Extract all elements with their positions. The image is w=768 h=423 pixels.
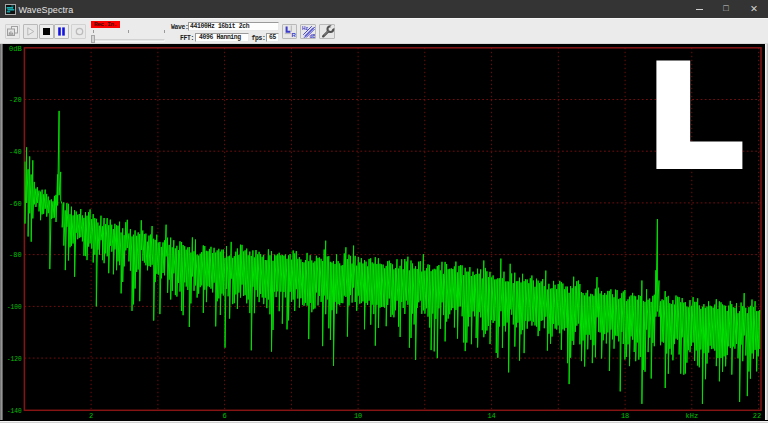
svg-text:-100: -100	[7, 303, 22, 311]
svg-text:kHz: kHz	[685, 412, 698, 420]
svg-text:2: 2	[89, 412, 93, 420]
svg-text:R: R	[291, 32, 296, 38]
svg-text:-40: -40	[9, 148, 22, 156]
svg-text:18: 18	[621, 412, 629, 420]
svg-text:22: 22	[753, 412, 761, 420]
svg-text:6: 6	[222, 412, 226, 420]
svg-text:-140: -140	[7, 407, 22, 415]
svg-text:Hz: Hz	[302, 26, 308, 31]
svg-text:10: 10	[354, 412, 362, 420]
svg-text:0dB: 0dB	[9, 45, 22, 53]
svg-text:-20: -20	[9, 96, 22, 104]
svg-text:-60: -60	[9, 200, 22, 208]
svg-text:-80: -80	[9, 251, 22, 259]
svg-text:-120: -120	[7, 355, 22, 363]
svg-text:dB: dB	[309, 34, 315, 38]
svg-text:14: 14	[487, 412, 495, 420]
